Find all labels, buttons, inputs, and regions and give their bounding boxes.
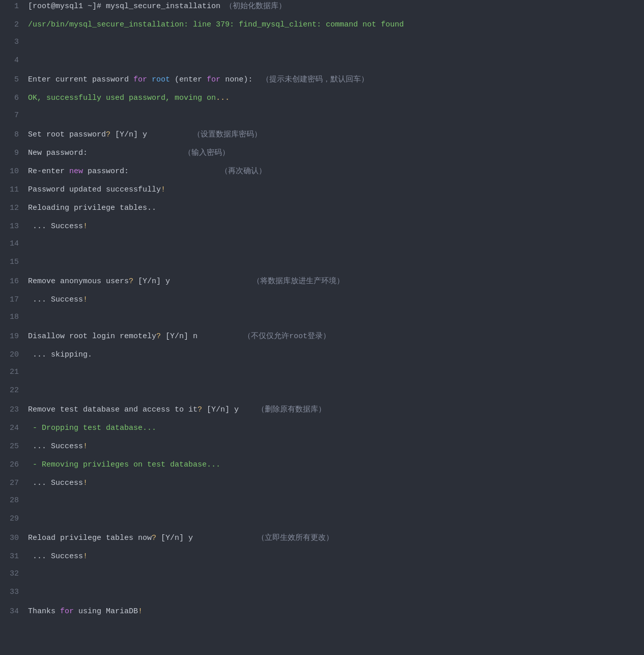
line-content: Password updated successfully!	[28, 184, 644, 196]
line-content: /usr/bin/mysql_secure_installation: line…	[28, 19, 644, 31]
text-segment: for	[207, 75, 220, 84]
line-number: 22	[0, 386, 28, 395]
terminal-line: 18	[0, 312, 644, 330]
line-content: Remove test database and access to it? […	[28, 404, 644, 416]
terminal-line: 5Enter current password for root (enter …	[0, 73, 644, 92]
line-number: 16	[0, 277, 28, 286]
line-content: [root@mysql1 ~]# mysql_secure_installati…	[28, 1, 644, 13]
line-number: 29	[0, 514, 28, 523]
line-number: 28	[0, 496, 28, 505]
text-segment: password:	[83, 167, 220, 176]
text-segment: Reloading privilege tables..	[28, 204, 156, 212]
line-number: 5	[0, 75, 28, 84]
line-number: 27	[0, 479, 28, 487]
line-content: - Dropping test database...	[28, 423, 644, 434]
text-segment: ?	[156, 332, 161, 341]
terminal-line: 32	[0, 568, 644, 587]
text-segment: [Y/n] y	[110, 130, 193, 139]
text-segment: for	[60, 607, 74, 616]
terminal-line: 26 - Removing privileges on test databas…	[0, 458, 644, 477]
text-segment: [Y/n] y	[156, 534, 257, 542]
terminal-window: 1[root@mysql1 ~]# mysql_secure_installat…	[0, 0, 644, 623]
line-number: 14	[0, 239, 28, 248]
text-segment: !	[83, 552, 88, 561]
terminal-line: 33	[0, 587, 644, 605]
text-segment: ...	[143, 424, 156, 432]
terminal-line: 19Disallow root login remotely? [Y/n] n …	[0, 330, 644, 348]
text-segment: !	[83, 479, 88, 487]
text-segment: Thanks	[28, 607, 60, 616]
terminal-line: 24 - Dropping test database...	[0, 422, 644, 440]
text-segment: ... Success	[28, 295, 83, 304]
line-number: 1	[0, 2, 28, 11]
line-content: OK, successfully used password, moving o…	[28, 93, 644, 104]
terminal-line: 10Re-enter new password: （再次确认）	[0, 165, 644, 183]
text-segment: none):	[220, 75, 262, 84]
terminal-line: 7	[0, 110, 644, 128]
text-segment: !	[83, 442, 88, 451]
line-number: 32	[0, 569, 28, 578]
terminal-line: 15	[0, 257, 644, 275]
text-segment: Set root password	[28, 130, 106, 139]
text-segment: for	[133, 75, 147, 84]
terminal-line: 8Set root password? [Y/n] y （设置数据库密码）	[0, 128, 644, 147]
line-number: 26	[0, 460, 28, 469]
line-content: Reload privilege tables now? [Y/n] y （立即…	[28, 533, 644, 544]
terminal-line: 1[root@mysql1 ~]# mysql_secure_installat…	[0, 0, 644, 18]
text-segment: ... Success	[28, 222, 83, 231]
line-number: 19	[0, 332, 28, 341]
terminal-line: 3	[0, 37, 644, 55]
line-number: 10	[0, 167, 28, 176]
text-segment: root	[152, 75, 170, 84]
terminal-line: 9New password: （输入密码）	[0, 147, 644, 165]
text-segment: !	[83, 295, 88, 304]
terminal-line: 31 ... Success!	[0, 550, 644, 568]
line-number: 34	[0, 607, 28, 616]
line-number: 31	[0, 552, 28, 561]
text-segment: （输入密码）	[184, 149, 230, 157]
line-content: ... skipping.	[28, 349, 644, 361]
terminal-line: 28	[0, 495, 644, 513]
text-segment: Enter current password	[28, 75, 133, 84]
terminal-line: 29	[0, 513, 644, 532]
line-number: 7	[0, 111, 28, 120]
line-content: Disallow root login remotely? [Y/n] n （不…	[28, 331, 644, 343]
line-number: 9	[0, 149, 28, 157]
line-number: 13	[0, 222, 28, 231]
text-segment: ... skipping.	[28, 350, 92, 359]
terminal-line: 14	[0, 238, 644, 257]
text-segment: found	[381, 20, 404, 29]
text-segment: [Y/n] y	[202, 405, 257, 414]
text-segment: （再次确认）	[220, 167, 266, 176]
text-segment: （不仅仅允许root登录）	[243, 332, 330, 341]
terminal-line: 34Thanks for using MariaDB!	[0, 605, 644, 623]
line-content: Reloading privilege tables..	[28, 203, 644, 214]
text-segment: （设置数据库密码）	[193, 130, 262, 139]
text-segment: ... Success	[28, 479, 83, 487]
text-segment: ... Success	[28, 442, 83, 451]
text-segment: new	[69, 167, 83, 176]
text-segment: Password updated successfully	[28, 185, 161, 194]
line-number: 6	[0, 94, 28, 102]
line-content: Re-enter new password: （再次确认）	[28, 166, 644, 178]
terminal-line: 11Password updated successfully!	[0, 183, 644, 202]
terminal-line: 22	[0, 385, 644, 403]
text-segment: [root@mysql1 ~]# mysql_secure_installati…	[28, 2, 225, 11]
text-segment: !	[138, 607, 143, 616]
text-segment: - Dropping test database	[28, 424, 143, 432]
line-number: 30	[0, 534, 28, 542]
line-content: Thanks for using MariaDB!	[28, 606, 644, 618]
line-number: 15	[0, 258, 28, 266]
terminal-line: 6OK, successfully used password, moving …	[0, 92, 644, 110]
text-segment: - Removing privileges on test database	[28, 460, 207, 469]
line-number: 12	[0, 204, 28, 212]
line-content: ... Success!	[28, 441, 644, 453]
terminal-line: 17 ... Success!	[0, 293, 644, 312]
terminal-line: 2/usr/bin/mysql_secure_installation: lin…	[0, 18, 644, 37]
terminal-line: 20 ... skipping.	[0, 348, 644, 367]
line-content: ... Success!	[28, 551, 644, 563]
text-segment: using MariaDB	[74, 607, 138, 616]
line-content: Set root password? [Y/n] y （设置数据库密码）	[28, 129, 644, 141]
terminal-line: 13 ... Success!	[0, 220, 644, 238]
text-segment: [Y/n] y	[133, 277, 253, 286]
